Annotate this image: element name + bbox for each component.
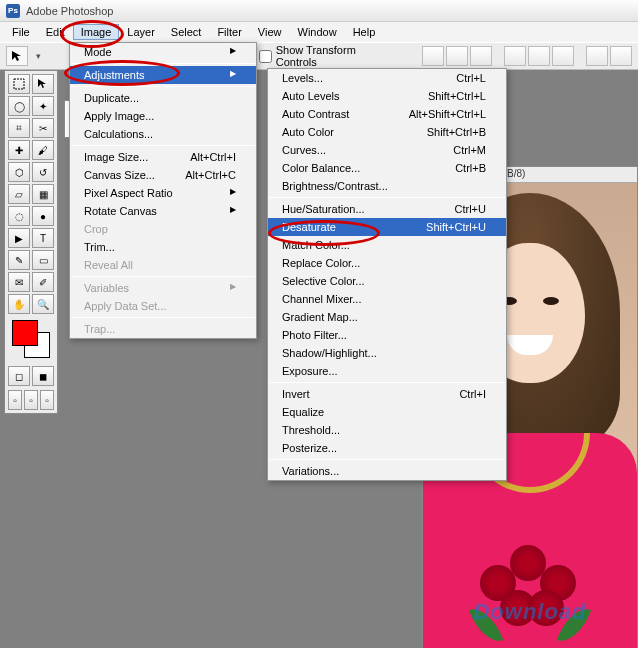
menu-file[interactable]: File [4,24,38,40]
adjustments-item-replace-color[interactable]: Replace Color... [268,254,506,272]
clone-stamp-tool[interactable]: ⬡ [8,162,30,182]
adjustments-item-brightness-contrast[interactable]: Brightness/Contrast... [268,177,506,195]
align-btn-5[interactable] [528,46,550,66]
adjustments-item-gradient-map[interactable]: Gradient Map... [268,308,506,326]
notes-tool[interactable]: ✉ [8,272,30,292]
menu-item-label: Image Size... [84,151,148,163]
align-btn-6[interactable] [552,46,574,66]
adjustments-item-threshold[interactable]: Threshold... [268,421,506,439]
brush-tool[interactable]: 🖌 [32,140,54,160]
menu-edit[interactable]: Edit [38,24,73,40]
menu-image[interactable]: Image [73,24,120,40]
align-btn-3[interactable] [470,46,492,66]
screen-mode-full-menubar[interactable]: ▫ [24,390,38,410]
align-btn-2[interactable] [446,46,468,66]
hand-tool[interactable]: ✋ [8,294,30,314]
align-buttons [422,46,632,66]
color-swatches [8,318,54,362]
menu-item-label: Adjustments [84,69,145,81]
menubar: File Edit Image Layer Select Filter View… [0,22,638,42]
adjustments-item-equalize[interactable]: Equalize [268,403,506,421]
adjustments-item-photo-filter[interactable]: Photo Filter... [268,326,506,344]
align-btn-8[interactable] [610,46,632,66]
adjustments-item-selective-color[interactable]: Selective Color... [268,272,506,290]
dodge-tool[interactable]: ● [32,206,54,226]
menu-item-shortcut: Ctrl+I [439,388,486,400]
image-menu-item-trim[interactable]: Trim... [70,238,256,256]
move-tool[interactable] [32,74,54,94]
eyedropper-tool[interactable]: ✐ [32,272,54,292]
menu-view[interactable]: View [250,24,290,40]
crop-tool[interactable]: ⌗ [8,118,30,138]
menu-help[interactable]: Help [345,24,384,40]
adjustments-item-posterize[interactable]: Posterize... [268,439,506,457]
gradient-tool[interactable]: ▦ [32,184,54,204]
adjustments-item-auto-contrast[interactable]: Auto ContrastAlt+Shift+Ctrl+L [268,105,506,123]
screen-mode-standard[interactable]: ▫ [8,390,22,410]
slice-tool[interactable]: ✂ [32,118,54,138]
image-menu-item-apply-image[interactable]: Apply Image... [70,107,256,125]
image-menu-separator [71,145,255,146]
adjustments-item-invert[interactable]: InvertCtrl+I [268,385,506,403]
show-transform-checkbox[interactable] [259,50,272,63]
blur-tool[interactable]: ◌ [8,206,30,226]
quick-mask-toggle-on[interactable]: ◼ [32,366,54,386]
foreground-color-swatch[interactable] [12,320,38,346]
menu-item-label: Color Balance... [282,162,360,174]
eraser-tool[interactable]: ▱ [8,184,30,204]
healing-brush-tool[interactable]: ✚ [8,140,30,160]
adjustments-item-channel-mixer[interactable]: Channel Mixer... [268,290,506,308]
align-btn-4[interactable] [504,46,526,66]
align-btn-7[interactable] [586,46,608,66]
menu-item-label: Shadow/Highlight... [282,347,377,359]
align-btn-1[interactable] [422,46,444,66]
image-menu-item-mode[interactable]: Mode▶ [70,43,256,61]
type-tool[interactable]: T [32,228,54,248]
adjustments-item-levels[interactable]: Levels...Ctrl+L [268,69,506,87]
adjustments-item-desaturate[interactable]: DesaturateShift+Ctrl+U [268,218,506,236]
rectangular-marquee-tool[interactable] [8,74,30,94]
image-menu-item-image-size[interactable]: Image Size...Alt+Ctrl+I [70,148,256,166]
menu-select[interactable]: Select [163,24,210,40]
adjustments-item-hue-saturation[interactable]: Hue/Saturation...Ctrl+U [268,200,506,218]
quick-mask-toggle[interactable]: ◻ [8,366,30,386]
menu-item-label: Selective Color... [282,275,365,287]
image-menu-item-adjustments[interactable]: Adjustments▶ [70,66,256,84]
menu-item-label: Levels... [282,72,323,84]
adjustments-item-curves[interactable]: Curves...Ctrl+M [268,141,506,159]
image-menu-item-duplicate[interactable]: Duplicate... [70,89,256,107]
toolbox: ◯ ✦ ⌗ ✂ ✚ 🖌 ⬡ ↺ ▱ ▦ ◌ ● ▶ T ✎ ▭ [4,70,58,414]
menu-item-shortcut: Alt+Ctrl+I [170,151,236,163]
menu-window[interactable]: Window [290,24,345,40]
adjustments-item-exposure[interactable]: Exposure... [268,362,506,380]
adjustments-item-match-color[interactable]: Match Color... [268,236,506,254]
move-tool-icon[interactable] [6,46,28,66]
menu-item-label: Auto Color [282,126,334,138]
menu-filter[interactable]: Filter [209,24,249,40]
adjustments-item-color-balance[interactable]: Color Balance...Ctrl+B [268,159,506,177]
adjustments-item-variations[interactable]: Variations... [268,462,506,480]
image-menu-item-pixel-aspect-ratio[interactable]: Pixel Aspect Ratio▶ [70,184,256,202]
adjustments-item-shadow-highlight[interactable]: Shadow/Highlight... [268,344,506,362]
adjustments-item-auto-levels[interactable]: Auto LevelsShift+Ctrl+L [268,87,506,105]
menu-item-shortcut: Shift+Ctrl+B [407,126,486,138]
adjustments-item-auto-color[interactable]: Auto ColorShift+Ctrl+B [268,123,506,141]
svg-rect-0 [14,79,24,89]
menu-item-label: Trap... [84,323,115,335]
menu-layer[interactable]: Layer [119,24,163,40]
menu-item-label: Replace Color... [282,257,360,269]
screen-mode-full[interactable]: ▫ [40,390,54,410]
image-menu-item-calculations[interactable]: Calculations... [70,125,256,143]
rectangle-tool[interactable]: ▭ [32,250,54,270]
menu-item-shortcut: Alt+Shift+Ctrl+L [389,108,486,120]
image-menu-item-canvas-size[interactable]: Canvas Size...Alt+Ctrl+C [70,166,256,184]
magic-wand-tool[interactable]: ✦ [32,96,54,116]
menu-item-label: Trim... [84,241,115,253]
image-menu-item-rotate-canvas[interactable]: Rotate Canvas▶ [70,202,256,220]
path-selection-tool[interactable]: ▶ [8,228,30,248]
dropdown-arrow-icon[interactable]: ▾ [36,51,41,61]
pen-tool[interactable]: ✎ [8,250,30,270]
history-brush-tool[interactable]: ↺ [32,162,54,182]
lasso-tool[interactable]: ◯ [8,96,30,116]
zoom-tool[interactable]: 🔍 [32,294,54,314]
